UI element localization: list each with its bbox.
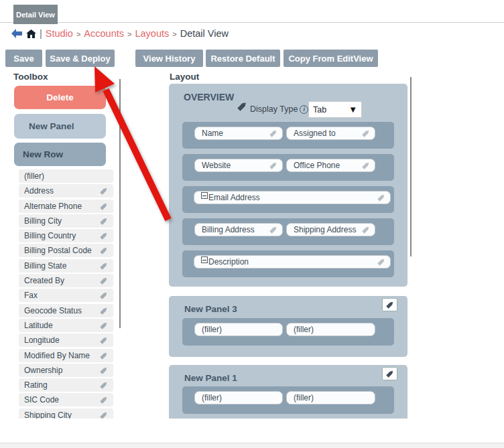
tab-detail-view[interactable]: Detail View	[13, 5, 58, 24]
toolbox-field-longitude[interactable]: Longitude	[19, 333, 113, 347]
layout-field-assigned-to[interactable]: Assigned to	[286, 127, 375, 140]
breadcrumb-separator: >	[127, 29, 131, 38]
pencil-icon[interactable]	[268, 224, 279, 236]
toolbox-scrollbar[interactable]	[119, 79, 121, 328]
toolbox-field-billing-postal-code[interactable]: Billing Postal Code	[19, 244, 113, 257]
pencil-icon[interactable]	[361, 128, 372, 139]
display-type-label: Display Type i :	[250, 104, 313, 114]
layout-field-office-phone[interactable]: Office Phone	[286, 159, 375, 172]
layout-row: Email Address	[182, 186, 394, 213]
pencil-icon[interactable]	[99, 260, 110, 271]
toolbox-field-alternate-phone[interactable]: Alternate Phone	[19, 200, 113, 213]
pencil-icon[interactable]	[99, 380, 110, 391]
back-arrow-icon[interactable]	[11, 29, 23, 38]
layout-row: Name Assigned to	[182, 122, 394, 149]
breadcrumb-link-accounts[interactable]: Accounts	[84, 28, 124, 39]
layout-panel-overview: OVERVIEW Display Type i : Tab ▼ Name Ass…	[169, 84, 407, 287]
view-history-button[interactable]: View History	[135, 50, 203, 67]
pencil-icon[interactable]	[99, 185, 110, 197]
chevron-down-icon: ▼	[349, 104, 357, 115]
pencil-icon[interactable]	[99, 200, 110, 212]
pencil-icon[interactable]	[99, 290, 110, 301]
display-type-dropdown[interactable]: Tab ▼	[308, 101, 362, 118]
pencil-icon[interactable]	[99, 215, 110, 226]
copy-from-editview-button[interactable]: Copy From EditView	[284, 50, 378, 67]
toolbox-field-geocode-status[interactable]: Geocode Status	[19, 304, 113, 317]
layout-field-filler[interactable]: (filler)	[286, 391, 375, 404]
home-icon[interactable]	[26, 29, 36, 38]
layout-row: Website Office Phone	[182, 154, 394, 181]
breadcrumb-separator: >	[172, 29, 176, 38]
pencil-icon[interactable]	[99, 409, 110, 419]
collapse-minus-icon[interactable]	[201, 256, 208, 263]
breadcrumb: | Studio > Accounts > Layouts > Detail V…	[11, 27, 229, 40]
toolbox-field-shipping-city[interactable]: Shipping City	[19, 408, 113, 419]
pencil-icon[interactable]	[376, 192, 387, 204]
layout-field-description[interactable]: Description	[194, 255, 391, 269]
layout-field-name[interactable]: Name	[194, 127, 283, 140]
layout-scrollbar[interactable]	[410, 77, 412, 256]
pencil-icon[interactable]	[268, 160, 279, 171]
layout-title: Layout	[170, 72, 199, 82]
layout-row: (filler) (filler)	[182, 386, 394, 414]
toolbox-field-modified-by-name[interactable]: Modified By Name	[19, 349, 113, 362]
toolbox-field-billing-city[interactable]: Billing City	[19, 214, 113, 228]
new-panel-button[interactable]: New Panel	[14, 114, 106, 139]
breadcrumb-current: Detail View	[180, 28, 229, 39]
pencil-icon[interactable]	[99, 364, 110, 376]
layout-field-filler[interactable]: (filler)	[194, 323, 283, 336]
breadcrumb-link-studio[interactable]: Studio	[46, 28, 73, 39]
layout-row: Billing Address Shipping Address	[182, 218, 394, 245]
breadcrumb-link-layouts[interactable]: Layouts	[135, 28, 169, 39]
edit-panel-name-pencil-icon[interactable]	[235, 99, 249, 113]
pencil-icon	[384, 368, 395, 380]
layout-row: (filler) (filler)	[182, 318, 394, 346]
breadcrumb-separator: >	[76, 29, 80, 38]
restore-default-button[interactable]: Restore Default	[206, 50, 280, 67]
pencil-icon[interactable]	[99, 245, 110, 256]
toolbox-title: Toolbox	[13, 72, 48, 82]
save-deploy-button[interactable]: Save & Deploy	[46, 50, 115, 67]
info-icon[interactable]: i	[300, 105, 308, 114]
toolbox-panel: Toolbox Delete New Panel New Row (filler…	[5, 70, 121, 419]
pencil-icon[interactable]	[361, 224, 372, 236]
toolbox-field-latitude[interactable]: Latitude	[19, 319, 113, 332]
pencil-icon[interactable]	[99, 275, 110, 287]
layout-field-filler[interactable]: (filler)	[286, 323, 375, 336]
toolbox-field-filler[interactable]: (filler)	[19, 169, 113, 183]
toolbox-field-rating[interactable]: Rating	[19, 378, 113, 392]
pencil-icon[interactable]	[99, 305, 110, 316]
panel-name: New Panel 1	[184, 373, 237, 383]
pencil-icon[interactable]	[99, 394, 110, 406]
breadcrumb-pipe: |	[40, 28, 42, 39]
new-row-button[interactable]: New Row	[14, 143, 106, 166]
toolbox-field-created-by[interactable]: Created By	[19, 274, 113, 287]
pencil-icon[interactable]	[99, 350, 110, 361]
toolbox-field-billing-state[interactable]: Billing State	[19, 259, 113, 273]
panel-name: New Panel 3	[184, 304, 237, 314]
layout-field-website[interactable]: Website	[194, 159, 283, 172]
toolbox-field-list: (filler) Address Alternate Phone Billing…	[19, 169, 113, 419]
collapse-minus-icon[interactable]	[201, 192, 208, 199]
layout-field-shipping-address[interactable]: Shipping Address	[286, 223, 375, 236]
panel-name: OVERVIEW	[184, 92, 234, 102]
save-button[interactable]: Save	[5, 50, 42, 67]
toolbox-field-fax[interactable]: Fax	[19, 289, 113, 302]
edit-panel-button[interactable]	[382, 298, 397, 311]
toolbox-field-sic-code[interactable]: SIC Code	[19, 393, 113, 406]
edit-panel-button[interactable]	[382, 367, 397, 380]
pencil-icon[interactable]	[268, 128, 279, 139]
pencil-icon[interactable]	[99, 230, 110, 242]
toolbox-field-billing-country[interactable]: Billing Country	[19, 229, 113, 242]
toolbox-field-address[interactable]: Address	[19, 184, 113, 198]
layout-field-filler[interactable]: (filler)	[194, 391, 283, 404]
pencil-icon[interactable]	[99, 319, 110, 331]
pencil-icon[interactable]	[361, 160, 372, 171]
toolbox-field-ownership[interactable]: Ownership	[19, 364, 113, 377]
layout-field-billing-address[interactable]: Billing Address	[194, 223, 283, 236]
delete-dropzone-button[interactable]: Delete	[14, 86, 106, 109]
layout-field-email-address[interactable]: Email Address	[194, 191, 391, 204]
pencil-icon[interactable]	[99, 335, 110, 346]
pencil-icon[interactable]	[376, 256, 387, 268]
pencil-icon	[384, 299, 395, 311]
